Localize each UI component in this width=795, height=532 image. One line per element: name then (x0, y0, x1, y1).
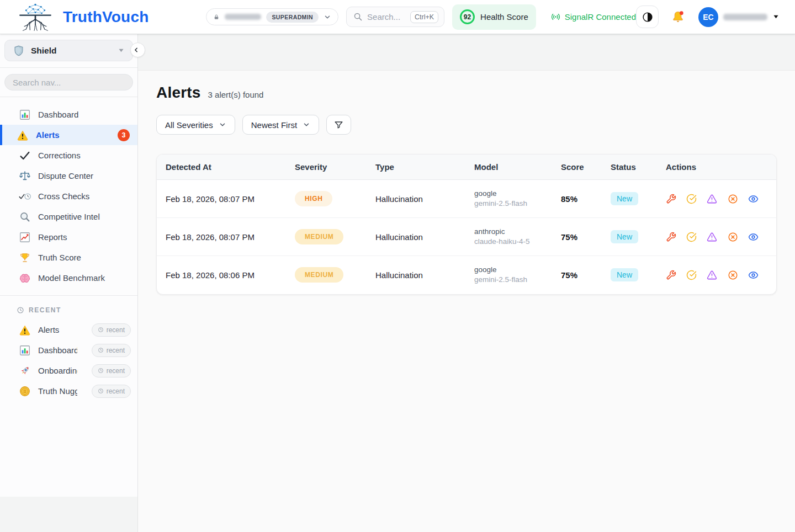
col-detected-at: Detected At (157, 155, 286, 180)
action-dismiss-button[interactable] (728, 194, 738, 204)
x-circle-icon (728, 270, 738, 280)
action-dismiss-button[interactable] (728, 270, 738, 280)
detected-at-cell: Feb 18, 2026, 08:06 PM (157, 256, 286, 294)
wrench-icon (666, 194, 676, 204)
sidebar-item-dashboard[interactable]: Dashboard (0, 104, 137, 125)
top-header: TruthVouch SUPERADMIN Ctrl+K 92 Health S… (0, 0, 795, 34)
action-approve-button[interactable] (686, 270, 697, 280)
severity-filter-dropdown[interactable]: All Severities (156, 115, 235, 135)
sidebar-item-reports[interactable]: Reports (0, 227, 137, 247)
severity-badge: MEDIUM (295, 229, 343, 244)
sidebar-item-competitive-intel[interactable]: Competitive Intel (0, 206, 137, 227)
sidebar-item-corrections[interactable]: Corrections (0, 145, 137, 166)
detected-at-cell: Feb 18, 2026, 08:07 PM (157, 218, 286, 256)
col-severity: Severity (286, 155, 367, 180)
recent-item-label: Onboarding (38, 366, 77, 375)
app: TruthVouch SUPERADMIN Ctrl+K 92 Health S… (0, 0, 795, 532)
results-count: 3 alert(s) found (208, 90, 264, 99)
signalr-status: SignalR Connected (550, 12, 636, 22)
action-approve-button[interactable] (686, 232, 697, 242)
actions-cell (657, 218, 776, 256)
line-chart-icon (19, 231, 31, 243)
global-search-input[interactable] (367, 12, 406, 22)
action-escalate-button[interactable] (707, 232, 717, 242)
severity-badge: HIGH (295, 191, 332, 206)
main-content: Alerts 3 alert(s) found All Severities N… (138, 34, 795, 532)
sidebar-item-cross-checks[interactable]: Cross Checks (0, 186, 137, 206)
table-header-row: Detected At Severity Type Model Score St… (157, 155, 776, 180)
health-score-label: Health Score (480, 12, 528, 22)
avatar: EC (698, 7, 718, 27)
x-circle-icon (728, 232, 738, 242)
sidebar-item-truth-score[interactable]: Truth Score (0, 247, 137, 268)
action-approve-button[interactable] (686, 194, 697, 204)
check-clock-icon (19, 190, 31, 203)
table-row: Feb 18, 2026, 08:06 PM MEDIUM Hallucinat… (157, 256, 776, 294)
action-wrench-button[interactable] (666, 270, 676, 280)
global-search[interactable]: Ctrl+K (346, 7, 444, 27)
search-icon (353, 12, 363, 22)
sidebar-item-label: Model Benchmark (38, 273, 105, 283)
action-wrench-button[interactable] (666, 194, 676, 204)
workspace-selector[interactable]: Shield (4, 40, 133, 61)
sidebar-item-label: Corrections (38, 151, 81, 160)
bar-chart-icon (19, 109, 31, 121)
check-circle-icon (686, 270, 697, 280)
sidebar-search-input[interactable] (4, 74, 133, 91)
action-view-button[interactable] (748, 270, 759, 280)
recent-badge-label: recent (107, 326, 125, 334)
sidebar-item-model-benchmark[interactable]: Model Benchmark (0, 268, 137, 288)
model-name: claude-haiku-4-5 (474, 237, 543, 247)
sidebar: Shield Dashboard Alerts (0, 34, 138, 532)
model-cell: google gemini-2.5-flash (465, 180, 552, 218)
action-wrench-button[interactable] (666, 232, 676, 242)
table-row: Feb 18, 2026, 08:07 PM MEDIUM Hallucinat… (157, 218, 776, 256)
caret-down-icon (772, 13, 780, 20)
action-view-button[interactable] (748, 232, 759, 242)
wrench-icon (666, 270, 676, 280)
recent-item-alerts[interactable]: Alerts recent (0, 320, 137, 340)
coin-icon (19, 385, 31, 397)
theme-toggle-button[interactable] (636, 6, 659, 28)
scales-icon (19, 170, 31, 182)
recent-badge-label: recent (107, 387, 125, 395)
advanced-filter-button[interactable] (326, 115, 351, 135)
notifications-button[interactable] (671, 10, 685, 24)
clock-icon (98, 327, 104, 333)
recent-item-dashboard[interactable]: Dashboard recent (0, 340, 137, 360)
broadcast-icon (550, 12, 561, 22)
sidebar-item-label: Alerts (36, 130, 60, 140)
chevron-down-icon (219, 121, 226, 129)
action-escalate-button[interactable] (707, 194, 717, 204)
sort-dropdown[interactable]: Newest First (242, 115, 319, 135)
checkmark-icon (19, 150, 31, 162)
recent-section-title: RECENT (29, 306, 61, 314)
actions-cell (657, 256, 776, 294)
action-escalate-button[interactable] (707, 270, 717, 280)
col-score: Score (552, 155, 602, 180)
recent-item-onboarding[interactable]: Onboarding recent (0, 360, 137, 381)
user-name-redacted (723, 14, 767, 20)
action-view-button[interactable] (748, 194, 759, 204)
clock-icon (98, 347, 104, 353)
org-selector[interactable]: SUPERADMIN (206, 8, 338, 25)
recent-item-truth-nuggets[interactable]: Truth Nugg... recent (0, 381, 137, 401)
sidebar-item-label: Dashboard (38, 110, 78, 119)
sidebar-collapse-button[interactable] (130, 42, 145, 57)
action-dismiss-button[interactable] (728, 232, 738, 242)
recent-item-label: Alerts (38, 325, 77, 334)
lock-icon (213, 14, 220, 20)
status-badge: New (611, 230, 638, 243)
model-name: gemini-2.5-flash (474, 199, 543, 209)
sidebar-item-dispute-center[interactable]: Dispute Center (0, 166, 137, 186)
user-menu[interactable]: EC (698, 7, 780, 27)
sidebar-item-alerts[interactable]: Alerts 3 (0, 125, 137, 145)
recent-badge-label: recent (107, 367, 125, 375)
alerts-table: Detected At Severity Type Model Score St… (157, 155, 776, 294)
col-model: Model (465, 155, 552, 180)
x-circle-icon (728, 194, 738, 204)
divider (0, 97, 137, 97)
alert-triangle-icon (707, 232, 717, 242)
model-cell: anthropic claude-haiku-4-5 (465, 218, 552, 256)
role-badge: SUPERADMIN (266, 12, 319, 23)
